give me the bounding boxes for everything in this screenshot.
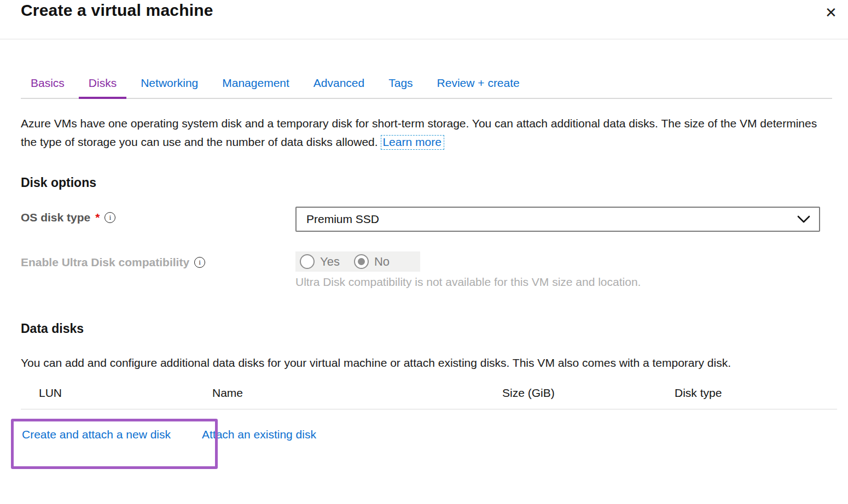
disks-intro-text: Azure VMs have one operating system disk… (21, 114, 822, 151)
data-disks-actions: Create and attach a new disk Attach an e… (21, 428, 832, 441)
radio-no-label: No (374, 255, 390, 269)
tab-bar: Basics Disks Networking Management Advan… (21, 77, 832, 99)
column-header-disk-type: Disk type (675, 386, 832, 400)
attach-existing-disk-link[interactable]: Attach an existing disk (202, 428, 316, 441)
ultra-disk-label: Enable Ultra Disk compatibility (21, 256, 189, 269)
os-disk-type-row: OS disk type * i Premium SSD (21, 207, 832, 232)
radio-no-circle (354, 254, 369, 269)
tab-management[interactable]: Management (212, 77, 299, 99)
tab-disks[interactable]: Disks (79, 77, 126, 99)
tab-review-create[interactable]: Review + create (427, 77, 530, 99)
os-disk-type-dropdown[interactable]: Premium SSD (295, 207, 820, 232)
tab-basics[interactable]: Basics (21, 77, 74, 99)
column-header-lun: LUN (21, 386, 212, 400)
create-and-attach-new-disk-link[interactable]: Create and attach a new disk (22, 428, 171, 441)
page-title: Create a virtual machine (21, 1, 213, 20)
radio-option-no: No (354, 254, 390, 269)
os-disk-type-control: Premium SSD (295, 207, 832, 232)
info-icon[interactable]: i (194, 257, 205, 268)
os-disk-type-label: OS disk type (21, 211, 90, 224)
tab-networking[interactable]: Networking (131, 77, 208, 99)
ultra-disk-label-group: Enable Ultra Disk compatibility i (21, 251, 295, 269)
tab-advanced[interactable]: Advanced (304, 77, 374, 99)
disk-options-heading: Disk options (21, 175, 832, 190)
ultra-disk-row: Enable Ultra Disk compatibility i Yes No… (21, 251, 832, 289)
close-icon[interactable]: ✕ (822, 3, 840, 22)
data-disks-description: You can add and configure additional dat… (21, 353, 803, 372)
column-header-size: Size (GiB) (502, 386, 675, 400)
radio-option-yes: Yes (300, 254, 340, 269)
table-divider (21, 409, 837, 409)
dialog-header: Create a virtual machine ✕ (0, 0, 848, 39)
ultra-disk-control: Yes No Ultra Disk compatibility is not a… (295, 251, 832, 289)
radio-yes-label: Yes (320, 255, 340, 269)
chevron-down-icon (797, 215, 810, 223)
ultra-disk-helper-text: Ultra Disk compatibility is not availabl… (295, 276, 750, 289)
os-disk-type-value: Premium SSD (306, 213, 379, 226)
tab-tags[interactable]: Tags (379, 77, 422, 99)
create-vm-dialog: Create a virtual machine ✕ Basics Disks … (0, 0, 848, 504)
required-asterisk: * (95, 211, 100, 224)
data-disks-heading: Data disks (21, 321, 832, 336)
dialog-content: Basics Disks Networking Management Advan… (0, 77, 848, 441)
info-icon[interactable]: i (104, 212, 115, 223)
column-header-name: Name (212, 386, 502, 400)
data-disks-table-header: LUN Name Size (GiB) Disk type (21, 386, 832, 400)
radio-yes-circle (300, 254, 315, 269)
os-disk-type-label-group: OS disk type * i (21, 207, 295, 224)
learn-more-link[interactable]: Learn more (381, 135, 444, 150)
ultra-disk-radio-group: Yes No (295, 251, 420, 272)
